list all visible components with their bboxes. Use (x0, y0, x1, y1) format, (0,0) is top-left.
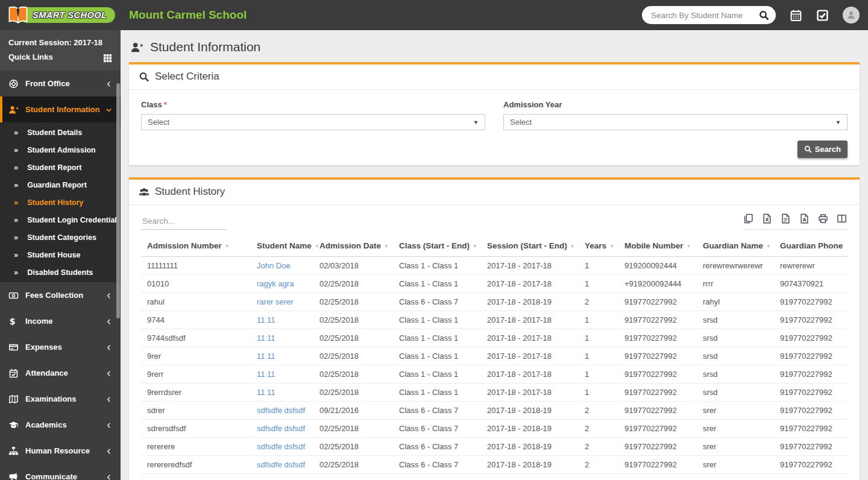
sidebar-item-front-office[interactable]: Front Office (0, 71, 121, 96)
table-cell: 02/25/2018 (313, 365, 393, 384)
copy-icon[interactable] (743, 213, 753, 224)
search-icon[interactable] (759, 10, 769, 21)
table-cell: 919770227992 (774, 420, 848, 438)
user-plus-icon (8, 105, 19, 115)
calendar-check-icon (8, 368, 19, 378)
sidebar-subitem-student-categories[interactable]: »Student Categories (0, 229, 121, 246)
table-row: 11111111John Doe02/03/2018Class 1 - Clas… (141, 257, 848, 275)
print-icon[interactable] (818, 213, 828, 224)
avatar[interactable] (843, 7, 860, 24)
sort-caret-icon: ▼ (609, 244, 614, 249)
column-header-student-name[interactable]: Student Name▼ (251, 236, 313, 257)
column-header-admission-number[interactable]: Admission Number▼ (141, 236, 251, 257)
sidebar-subitem-student-admission[interactable]: »Student Admission (0, 141, 121, 159)
sidebar-item-examinations[interactable]: Examinations (0, 386, 121, 412)
chevron-left-icon (105, 80, 112, 87)
column-header-mobile-number[interactable]: Mobile Number▼ (618, 236, 697, 257)
app-logo[interactable]: SMART SCHOOL (0, 5, 121, 25)
table-cell: 919770227992 (618, 311, 697, 329)
sidebar-item-label: Fees Collection (25, 291, 83, 300)
student-name-link[interactable]: sdfsdfe dsfsdf (257, 460, 305, 469)
sidebar-subitem-disabled-students[interactable]: »Disabled Students (0, 264, 121, 281)
student-name-link[interactable]: 11 11 (257, 388, 275, 397)
columns-icon[interactable] (837, 213, 847, 224)
sidebar-item-income[interactable]: $Income (0, 308, 121, 334)
column-header-guardian-phone[interactable]: Guardian Phone (774, 236, 848, 257)
quick-links-label: Quick Links (8, 50, 53, 65)
sidebar-item-academics[interactable]: Academics (0, 412, 121, 438)
table-cell: srer (697, 420, 774, 438)
sidebar-subitem-guardian-report[interactable]: »Guardian Report (0, 176, 121, 194)
student-name-link[interactable]: rarer serer (257, 297, 294, 306)
student-name-link[interactable]: John Doe (257, 261, 291, 270)
table-cell: 9rerr (141, 365, 251, 384)
sidebar-item-communicate[interactable]: Communicate (0, 464, 121, 480)
graduation-cap-icon (8, 420, 19, 430)
student-search-box[interactable] (642, 6, 776, 24)
cell-student-name: sdfsdfe dsfsdf (251, 438, 313, 456)
table-row: 789456narendra modi02/25/2018Class 8 - C… (141, 474, 848, 480)
column-header-years[interactable]: Years▼ (579, 236, 618, 257)
sidebar-subitem-student-login-credential[interactable]: »Student Login Credential (0, 211, 121, 229)
file-text-icon[interactable] (781, 213, 791, 224)
sidebar-scrollbar[interactable] (116, 83, 120, 318)
column-header-admission-date[interactable]: Admission Date▼ (313, 236, 393, 257)
sidebar-subitem-student-history[interactable]: »Student History (0, 194, 121, 211)
sidebar-subitem-student-details[interactable]: »Student Details (0, 124, 121, 141)
sitemap-icon (8, 446, 19, 456)
table-row: 9rerr11 1102/25/2018Class 1 - Class 1201… (141, 365, 848, 384)
check-square-icon[interactable] (816, 9, 829, 22)
student-name-link[interactable]: sdfsdfe dsfsdf (257, 442, 305, 451)
table-cell: 2017-18 - 2017-18 (481, 365, 579, 384)
table-cell: 1 (579, 257, 618, 275)
class-select[interactable]: Select ▼ (141, 114, 485, 130)
logo-text: SMART SCHOOL (19, 7, 115, 23)
sidebar-item-expenses[interactable]: Expenses (0, 334, 121, 360)
table-cell: 02/25/2018 (313, 456, 393, 474)
submenu-student-information: »Student Details»Student Admission»Stude… (0, 122, 121, 282)
student-name-link[interactable]: 11 11 (257, 370, 275, 379)
search-button[interactable]: Search (797, 141, 848, 158)
sidebar-item-attendance[interactable]: Attendance (0, 360, 121, 386)
column-header-class-start-end[interactable]: Class (Start - End)▼ (393, 236, 481, 257)
student-name-link[interactable]: ragyk agra (257, 279, 294, 288)
file-excel-icon[interactable]: X (762, 213, 772, 224)
table-search-input[interactable] (141, 215, 227, 230)
table-cell: 02/25/2018 (313, 311, 393, 329)
student-search-input[interactable] (651, 11, 749, 20)
table-cell: 02/25/2018 (313, 293, 393, 311)
cell-student-name: John Doe (251, 257, 313, 275)
student-name-link[interactable]: sdfsdfe dsfsdf (257, 406, 305, 415)
users-icon (139, 187, 149, 197)
sidebar-subitem-student-report[interactable]: »Student Report (0, 159, 121, 176)
column-header-session-start-end[interactable]: Session (Start - End)▼ (481, 236, 579, 257)
student-name-link[interactable]: 11 11 (257, 352, 275, 361)
session-block: Current Session: 2017-18 Quick Links (0, 30, 121, 71)
table-cell: 2017-18 - 2017-18 (481, 257, 579, 275)
table-cell: Class 6 - Class 7 (393, 293, 481, 311)
sidebar-item-fees-collection[interactable]: Fees Collection (0, 282, 121, 308)
sort-caret-icon: ▼ (570, 244, 575, 249)
student-name-link[interactable]: 11 11 (257, 315, 275, 324)
angles-right-icon: » (14, 215, 18, 224)
column-header-guardian-name[interactable]: Guardian Name▼ (697, 236, 774, 257)
grid-icon[interactable] (103, 53, 112, 62)
table-cell: Class 1 - Class 1 (393, 257, 481, 275)
admission-year-select[interactable]: Select ▼ (503, 114, 848, 130)
sidebar-item-human-resource[interactable]: Human Resource (0, 438, 121, 464)
sidebar-subitem-student-house[interactable]: »Student House (0, 246, 121, 264)
table-cell: 919770227992 (774, 456, 848, 474)
angles-right-icon: » (14, 180, 18, 189)
student-name-link[interactable]: sdfsdfe dsfsdf (257, 424, 305, 433)
sidebar-item-label: Expenses (25, 343, 62, 352)
student-name-link[interactable]: 11 11 (257, 333, 275, 343)
table-cell: 1 (579, 347, 618, 365)
cell-student-name: 11 11 (251, 329, 313, 347)
cell-student-name: rarer serer (251, 293, 313, 311)
calendar-icon[interactable] (790, 9, 802, 22)
sidebar-item-student-information[interactable]: Student Information (0, 96, 121, 122)
table-cell: srsd (697, 329, 774, 347)
file-pdf-icon[interactable]: A (799, 213, 810, 224)
chevron-left-icon (105, 473, 112, 480)
angles-right-icon: » (14, 268, 18, 277)
